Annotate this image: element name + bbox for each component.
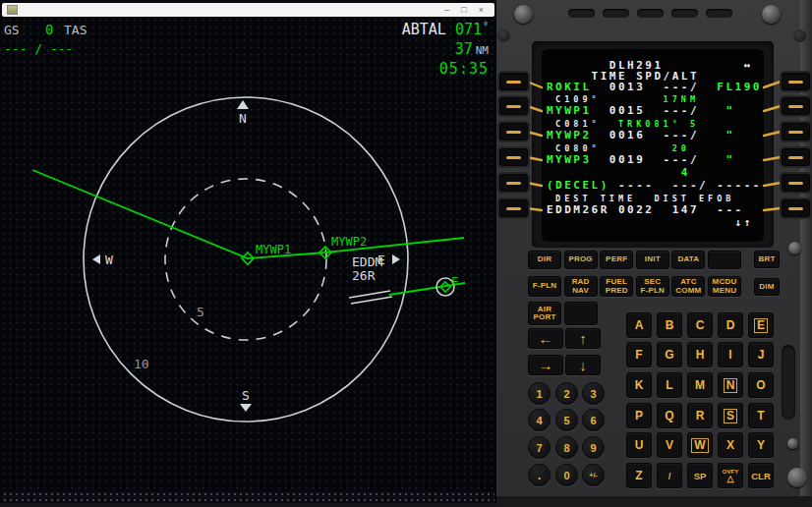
mcdu-screen-text: C109° bbox=[547, 94, 601, 104]
key-9[interactable]: 9 bbox=[582, 436, 605, 459]
key-s[interactable]: S bbox=[718, 403, 743, 428]
key-c[interactable]: C bbox=[687, 312, 713, 338]
key-sec-f-pln[interactable]: SEC F-PLN bbox=[636, 276, 669, 297]
mcdu-screen-text: " bbox=[699, 129, 735, 141]
key-g[interactable]: G bbox=[657, 342, 682, 367]
key-r[interactable]: R bbox=[687, 403, 713, 428]
mcdu-screen-text: ---- ---/ ----- bbox=[609, 179, 762, 192]
key-space[interactable]: SP bbox=[687, 463, 713, 488]
key-t[interactable]: T bbox=[748, 403, 774, 428]
key-air-port[interactable]: AIR PORT bbox=[528, 302, 561, 325]
key-arrow-left[interactable]: ← bbox=[528, 328, 563, 349]
mcdu-screen-text: 0019 ---/ bbox=[592, 153, 699, 166]
tas-label: TAS bbox=[64, 23, 87, 37]
key-arrow-down[interactable]: ↓ bbox=[565, 355, 601, 375]
key-arrow-right[interactable]: → bbox=[528, 355, 563, 375]
lsk-left-4[interactable] bbox=[499, 148, 528, 166]
key-atc-comm[interactable]: ATC COMM bbox=[671, 276, 705, 297]
key-blank[interactable] bbox=[564, 302, 598, 325]
key-2[interactable]: 2 bbox=[555, 382, 578, 405]
key-m[interactable]: M bbox=[687, 372, 713, 398]
knob-icon bbox=[793, 29, 806, 42]
distance-line: 37NM bbox=[455, 40, 489, 58]
lsk-left-6[interactable] bbox=[499, 199, 528, 217]
key-perf[interactable]: PERF bbox=[600, 251, 633, 269]
key-a[interactable]: A bbox=[626, 312, 652, 338]
key-rad-nav[interactable]: RAD NAV bbox=[564, 276, 598, 297]
key-fuel-pred[interactable]: FUEL PRED bbox=[600, 276, 633, 297]
key-o[interactable]: O bbox=[748, 372, 774, 398]
mcdu-screen-text: 0013 ---/ bbox=[592, 81, 718, 93]
lsk-right-4[interactable] bbox=[782, 148, 810, 166]
key-dim[interactable]: DIM bbox=[754, 278, 780, 296]
maximize-button[interactable]: □ bbox=[461, 3, 466, 17]
key-plus-minus[interactable]: +/- bbox=[582, 464, 605, 486]
mcdu-screen-text: 0016 ---/ bbox=[592, 129, 699, 141]
key-z[interactable]: Z bbox=[626, 463, 652, 488]
key-dir[interactable]: DIR bbox=[528, 251, 561, 269]
window-controls: – □ × bbox=[444, 3, 484, 17]
mcdu-screen-text: TRK081° 5 bbox=[601, 119, 699, 129]
minimize-button[interactable]: – bbox=[444, 3, 449, 17]
lsk-dash-icon bbox=[788, 182, 803, 185]
lsk-right-5[interactable] bbox=[782, 174, 810, 192]
app: – □ × N S W E 5 10 bbox=[0, 0, 812, 507]
lsk-right-6[interactable] bbox=[782, 199, 810, 217]
key-mcdu-menu[interactable]: MCDU MENU bbox=[708, 276, 741, 297]
key-1[interactable]: 1 bbox=[528, 382, 551, 405]
key-q[interactable]: Q bbox=[657, 403, 682, 428]
key-k[interactable]: K bbox=[626, 372, 652, 398]
key-f[interactable]: F bbox=[626, 342, 652, 367]
lsk-left-5[interactable] bbox=[499, 174, 528, 192]
key-w[interactable]: W bbox=[687, 432, 713, 458]
key-brt[interactable]: BRT bbox=[754, 251, 780, 268]
key-b[interactable]: B bbox=[657, 312, 682, 338]
key-u[interactable]: U bbox=[626, 432, 652, 458]
key-v[interactable]: V bbox=[657, 432, 682, 458]
gs-value: 0 bbox=[45, 22, 53, 37]
lsk-right-3[interactable] bbox=[782, 123, 810, 141]
key-i[interactable]: I bbox=[718, 342, 743, 367]
key-f-pln[interactable]: F-PLN bbox=[528, 276, 561, 297]
lsk-dash-icon bbox=[506, 81, 521, 84]
close-button[interactable]: × bbox=[479, 3, 484, 17]
lsk-right-2[interactable] bbox=[782, 97, 810, 115]
key-y[interactable]: Y bbox=[748, 432, 774, 458]
key-4[interactable]: 4 bbox=[528, 409, 551, 431]
key-p[interactable]: P bbox=[626, 403, 652, 428]
key-6[interactable]: 6 bbox=[582, 409, 605, 431]
key-l[interactable]: L bbox=[657, 372, 682, 398]
mcdu-screen-text: MYWP1 bbox=[547, 104, 592, 117]
key-init[interactable]: INIT bbox=[636, 251, 669, 269]
runway-number-label: 26R bbox=[352, 268, 376, 283]
lsk-right-1[interactable] bbox=[782, 73, 810, 90]
key-overfly[interactable]: OVFY△ bbox=[718, 463, 743, 488]
key-8[interactable]: 8 bbox=[555, 436, 578, 459]
nd-window: – □ × N S W E 5 10 bbox=[0, 0, 496, 507]
key-7[interactable]: 7 bbox=[528, 436, 551, 459]
key-j[interactable]: J bbox=[748, 342, 774, 367]
key-0[interactable]: 0 bbox=[555, 464, 578, 486]
key-3[interactable]: 3 bbox=[582, 382, 605, 405]
key-h[interactable]: H bbox=[687, 342, 713, 367]
key-slash[interactable]: / bbox=[657, 463, 682, 488]
key-5[interactable]: 5 bbox=[555, 409, 578, 431]
key-data[interactable]: DATA bbox=[671, 251, 705, 269]
range-label-inner: 5 bbox=[197, 305, 204, 319]
key-blank[interactable] bbox=[708, 251, 741, 269]
key-arrow-up[interactable]: ↑ bbox=[565, 328, 601, 349]
key-dot[interactable]: . bbox=[528, 464, 551, 486]
key-clear[interactable]: CLR bbox=[748, 463, 774, 488]
lsk-left-2[interactable] bbox=[499, 97, 528, 115]
mcdu-screen-text: ROKIL bbox=[547, 81, 592, 93]
key-x[interactable]: X bbox=[718, 432, 743, 458]
key-prog[interactable]: PROG bbox=[564, 251, 598, 269]
waypoint-label-mywp2: MYWP2 bbox=[331, 235, 367, 249]
lsk-left-3[interactable] bbox=[499, 123, 528, 141]
key-n[interactable]: N bbox=[718, 372, 743, 398]
mcdu-screen-text: DEST TIME DIST EFOB bbox=[547, 194, 734, 203]
lsk-left-1[interactable] bbox=[499, 73, 528, 90]
key-e[interactable]: E bbox=[748, 312, 774, 338]
key-d[interactable]: D bbox=[718, 312, 743, 338]
speaker-slot bbox=[568, 9, 595, 18]
